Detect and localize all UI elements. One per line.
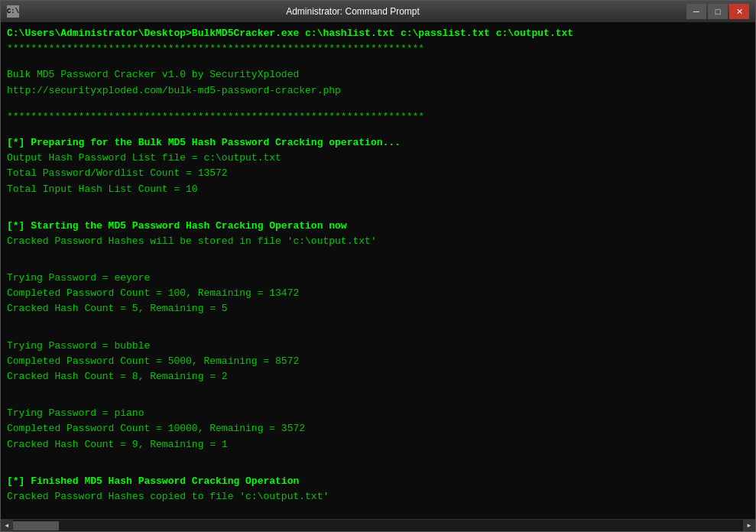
empty-line	[7, 198, 749, 209]
empty-line	[7, 464, 749, 475]
empty-line	[7, 318, 749, 329]
terminal-line: Completed Password Count = 100, Remainin…	[7, 287, 749, 300]
terminal-content[interactable]: C:\Users\Administrator\Desktop>BulkMD5Cr…	[1, 22, 755, 519]
close-button[interactable]: ✕	[729, 4, 749, 19]
empty-line	[7, 125, 749, 136]
command-prompt-window: C:\ Administrator: Command Prompt ─ □ ✕ …	[0, 0, 756, 532]
scroll-track[interactable]	[13, 520, 743, 531]
empty-line	[7, 505, 749, 516]
empty-line	[7, 396, 749, 407]
terminal-line: Completed Password Count = 10000, Remain…	[7, 422, 749, 436]
scroll-right-button[interactable]: ►	[743, 520, 755, 532]
terminal-line: Trying Password = bubble	[7, 339, 749, 353]
terminal-line: Output Hash Password List file = c:\outp…	[7, 151, 749, 165]
terminal-line: ****************************************…	[7, 42, 749, 56]
empty-line	[7, 261, 749, 271]
terminal-line: Total Password/Wordlist Count = 13572	[7, 167, 749, 180]
empty-line	[7, 385, 749, 396]
empty-line	[7, 99, 749, 110]
terminal-line: ****************************************…	[7, 110, 749, 124]
title-bar: C:\ Administrator: Command Prompt ─ □ ✕	[1, 1, 755, 22]
terminal-line: Trying Password = piano	[7, 407, 749, 420]
terminal-line: [*] Starting the MD5 Password Hash Crack…	[7, 219, 749, 233]
terminal-output: ****************************************…	[7, 42, 749, 519]
empty-line	[7, 250, 749, 261]
title-bar-controls: ─ □ ✕	[686, 4, 749, 19]
empty-line	[7, 453, 749, 464]
terminal-line: Cracked Password Hashes will be stored i…	[7, 235, 749, 248]
terminal-line: Trying Password = eeyore	[7, 271, 749, 285]
command-prompt-line: C:\Users\Administrator\Desktop>BulkMD5Cr…	[7, 27, 749, 41]
terminal-line: Cracked Hash Count = 5, Remaining = 5	[7, 302, 749, 316]
terminal-line: Cracked Hash Count = 9, Remaining = 1	[7, 438, 749, 452]
scroll-left-button[interactable]: ◄	[1, 520, 13, 532]
empty-line	[7, 209, 749, 219]
terminal-line: Completed Password Count = 5000, Remaini…	[7, 355, 749, 368]
title-bar-left: C:\	[7, 5, 19, 18]
terminal-line: http://securityxploded.com/bulk-md5-pass…	[7, 84, 749, 98]
scroll-thumb[interactable]	[13, 521, 59, 530]
terminal-line: Cracked Password Hashes copied to file '…	[7, 490, 749, 504]
terminal-line: Total Input Hash List Count = 10	[7, 183, 749, 196]
maximize-button[interactable]: □	[708, 4, 728, 19]
terminal-line: Cracked Hash Count = 8, Remaining = 2	[7, 370, 749, 384]
empty-line	[7, 329, 749, 339]
window-icon: C:\	[7, 5, 19, 18]
horizontal-scrollbar[interactable]: ◄ ►	[1, 519, 755, 531]
empty-line	[7, 57, 749, 68]
minimize-button[interactable]: ─	[686, 4, 706, 19]
terminal-line: [*] Finished MD5 Hash Password Cracking …	[7, 475, 749, 488]
title-bar-title: Administrator: Command Prompt	[19, 6, 686, 17]
terminal-line: [*] Preparing for the Bulk MD5 Hash Pass…	[7, 136, 749, 150]
terminal-body: C:\Users\Administrator\Desktop>BulkMD5Cr…	[1, 22, 755, 531]
terminal-line: Bulk MD5 Password Cracker v1.0 by Securi…	[7, 68, 749, 82]
